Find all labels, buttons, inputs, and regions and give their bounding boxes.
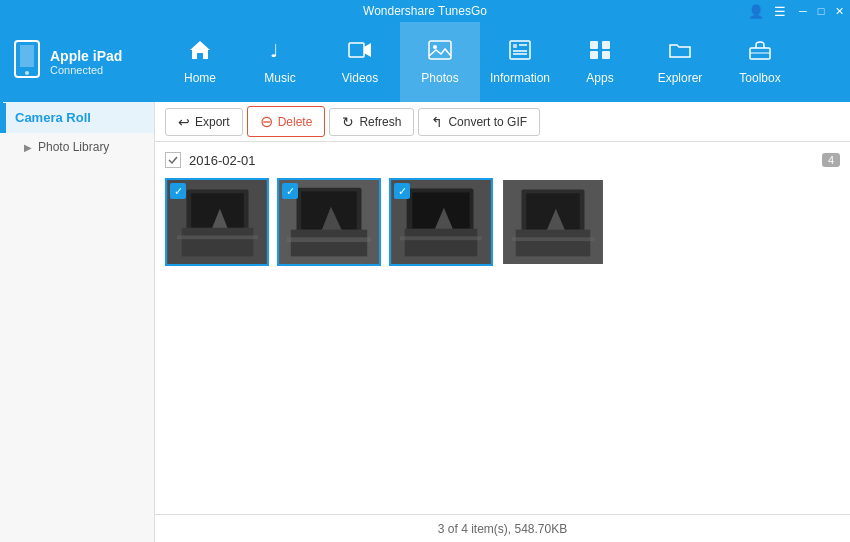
photo-thumb-4[interactable] bbox=[501, 178, 605, 266]
refresh-button[interactable]: ↻ Refresh bbox=[329, 108, 414, 136]
photos-grid: ✓ ✓ bbox=[165, 178, 840, 266]
svg-rect-6 bbox=[429, 41, 451, 59]
delete-label: Delete bbox=[278, 115, 313, 129]
svg-rect-35 bbox=[405, 229, 478, 257]
sidebar: Camera Roll ▶ Photo Library bbox=[0, 102, 155, 542]
music-icon: ♩ bbox=[268, 39, 292, 67]
user-icon[interactable]: 👤 bbox=[748, 4, 764, 19]
nav-tabs: Home ♩ Music Videos Photos bbox=[160, 22, 850, 102]
status-text: 3 of 4 item(s), 548.70KB bbox=[438, 522, 567, 536]
tab-toolbox-label: Toolbox bbox=[739, 71, 780, 85]
photo-check-1: ✓ bbox=[170, 183, 186, 199]
tab-home[interactable]: Home bbox=[160, 22, 240, 102]
photo-area: 2016-02-01 4 bbox=[155, 142, 850, 514]
tab-information[interactable]: Information bbox=[480, 22, 560, 102]
svg-rect-16 bbox=[602, 51, 610, 59]
close-button[interactable]: ✕ bbox=[832, 4, 846, 18]
photo-thumb-1[interactable]: ✓ bbox=[165, 178, 269, 266]
status-bar: 3 of 4 item(s), 548.70KB bbox=[155, 514, 850, 542]
header: Apple iPad Connected Home ♩ Music Videos bbox=[0, 22, 850, 102]
tab-apps-label: Apps bbox=[586, 71, 613, 85]
svg-rect-9 bbox=[513, 44, 517, 48]
title-bar: Wondershare TunesGo 👤 ☰ ─ □ ✕ bbox=[0, 0, 850, 22]
toolbox-icon bbox=[748, 39, 772, 67]
svg-rect-4 bbox=[349, 43, 364, 57]
tab-toolbox[interactable]: Toolbox bbox=[720, 22, 800, 102]
tab-music-label: Music bbox=[264, 71, 295, 85]
export-label: Export bbox=[195, 115, 230, 129]
convert-gif-button[interactable]: ↰ Convert to GIF bbox=[418, 108, 540, 136]
svg-rect-30 bbox=[287, 237, 371, 242]
delete-icon: ⊖ bbox=[260, 112, 273, 131]
photo-thumb-3[interactable]: ✓ bbox=[389, 178, 493, 266]
svg-rect-8 bbox=[510, 41, 530, 59]
tab-explorer-label: Explorer bbox=[658, 71, 703, 85]
date-count: 4 bbox=[822, 153, 840, 167]
svg-rect-13 bbox=[590, 41, 598, 49]
date-label: 2016-02-01 bbox=[189, 153, 256, 168]
sidebar-item-photo-library[interactable]: ▶ Photo Library bbox=[0, 133, 154, 161]
svg-rect-24 bbox=[177, 235, 258, 239]
menu-icon[interactable]: ☰ bbox=[774, 4, 786, 19]
photo-thumb-2[interactable]: ✓ bbox=[277, 178, 381, 266]
photo-check-2: ✓ bbox=[282, 183, 298, 199]
svg-marker-5 bbox=[364, 43, 371, 57]
svg-rect-23 bbox=[182, 228, 254, 257]
svg-text:♩: ♩ bbox=[270, 41, 278, 61]
maximize-button[interactable]: □ bbox=[814, 4, 828, 18]
photos-icon bbox=[428, 39, 452, 67]
svg-point-2 bbox=[25, 71, 29, 75]
videos-icon bbox=[348, 39, 372, 67]
delete-button[interactable]: ⊖ Delete bbox=[247, 106, 326, 137]
minimize-button[interactable]: ─ bbox=[796, 4, 810, 18]
photo-img-4 bbox=[503, 180, 603, 264]
export-button[interactable]: ↩ Export bbox=[165, 108, 243, 136]
svg-rect-41 bbox=[516, 230, 590, 257]
svg-rect-36 bbox=[400, 236, 482, 240]
export-icon: ↩ bbox=[178, 114, 190, 130]
main-area: Camera Roll ▶ Photo Library ↩ Export ⊖ D… bbox=[0, 102, 850, 542]
tab-photos-label: Photos bbox=[421, 71, 458, 85]
svg-rect-1 bbox=[20, 45, 34, 67]
date-header: 2016-02-01 4 bbox=[165, 152, 840, 168]
content-area: ↩ Export ⊖ Delete ↻ Refresh ↰ Convert to… bbox=[155, 102, 850, 542]
refresh-label: Refresh bbox=[359, 115, 401, 129]
toolbar: ↩ Export ⊖ Delete ↻ Refresh ↰ Convert to… bbox=[155, 102, 850, 142]
svg-rect-14 bbox=[602, 41, 610, 49]
tab-explorer[interactable]: Explorer bbox=[640, 22, 720, 102]
svg-rect-42 bbox=[512, 237, 594, 241]
expand-arrow-icon: ▶ bbox=[24, 142, 32, 153]
convert-gif-label: Convert to GIF bbox=[448, 115, 527, 129]
device-info: Apple iPad Connected bbox=[0, 40, 160, 85]
device-text: Apple iPad Connected bbox=[50, 48, 122, 76]
device-status: Connected bbox=[50, 64, 122, 76]
app-title: Wondershare TunesGo bbox=[363, 4, 487, 18]
device-name: Apple iPad bbox=[50, 48, 122, 64]
svg-rect-15 bbox=[590, 51, 598, 59]
explorer-icon bbox=[668, 39, 692, 67]
window-controls: 👤 ☰ ─ □ ✕ bbox=[748, 4, 846, 19]
convert-gif-icon: ↰ bbox=[431, 114, 443, 130]
photo-check-3: ✓ bbox=[394, 183, 410, 199]
tab-home-label: Home bbox=[184, 71, 216, 85]
svg-rect-29 bbox=[291, 230, 367, 257]
svg-point-7 bbox=[433, 45, 437, 49]
information-icon bbox=[508, 39, 532, 67]
refresh-icon: ↻ bbox=[342, 114, 354, 130]
device-icon bbox=[12, 40, 42, 85]
photo-library-label: Photo Library bbox=[38, 140, 109, 154]
home-icon bbox=[188, 39, 212, 67]
tab-apps[interactable]: Apps bbox=[560, 22, 640, 102]
tab-music[interactable]: ♩ Music bbox=[240, 22, 320, 102]
tab-information-label: Information bbox=[490, 71, 550, 85]
apps-icon bbox=[588, 39, 612, 67]
camera-roll-label: Camera Roll bbox=[15, 110, 91, 125]
sidebar-item-camera-roll[interactable]: Camera Roll bbox=[0, 102, 154, 133]
tab-videos[interactable]: Videos bbox=[320, 22, 400, 102]
date-checkbox[interactable] bbox=[165, 152, 181, 168]
tab-videos-label: Videos bbox=[342, 71, 378, 85]
tab-photos[interactable]: Photos bbox=[400, 22, 480, 102]
